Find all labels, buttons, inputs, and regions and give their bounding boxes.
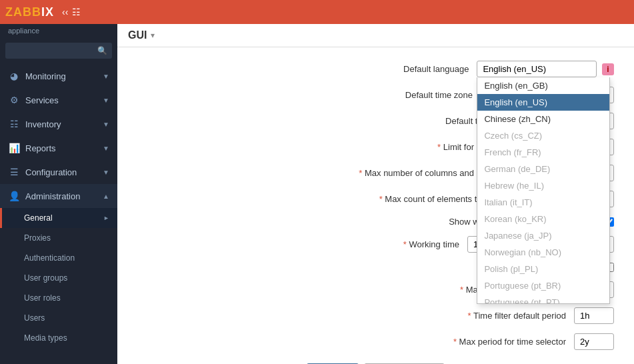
page-header: GUI ▾ [117, 24, 634, 47]
sidebar-item-label: Services [25, 95, 59, 105]
language-dropdown: English (en_GB)English (en_US)Chinese (z… [477, 77, 610, 304]
time-filter-row: Time filter default period [137, 307, 614, 324]
page-title-arrow[interactable]: ▾ [151, 31, 155, 40]
search-box: 🔍 [5, 43, 112, 59]
sidebar-item-administration[interactable]: 👤 Administration ▲ [0, 184, 117, 208]
time-filter-control [574, 307, 614, 324]
sidebar-sub-authentication[interactable]: Authentication [0, 248, 117, 268]
language-select-wrapper: English (en_US) English (en_GB)English (… [477, 61, 597, 77]
sidebar-item-label: Monitoring [25, 71, 66, 81]
sidebar-item-monitoring[interactable]: ◕ Monitoring ▼ [0, 64, 117, 88]
sidebar-sub-proxies[interactable]: Proxies [0, 228, 117, 248]
max-period-input[interactable] [574, 333, 614, 350]
lang-option-it-it: Italian (it_IT) [477, 194, 609, 211]
sidebar-sub-media-types[interactable]: Media types [0, 328, 117, 348]
sub-item-label: Media types [24, 333, 67, 343]
sub-arrow: ► [103, 215, 109, 221]
default-language-label: Default language [295, 64, 469, 74]
sidebar-item-inventory[interactable]: ☷ Inventory ▼ [0, 112, 117, 136]
sub-item-label: Proxies [24, 233, 51, 243]
working-time-label: Working time [286, 239, 459, 249]
max-period-control [574, 333, 614, 350]
default-language-control: English (en_US) English (en_GB)English (… [477, 61, 614, 77]
lang-option-pt-br: Portuguese (pt_BR) [477, 277, 609, 294]
topbar: ZABBIX ‹‹ ☷ [0, 0, 634, 24]
sidebar-sub-user-roles[interactable]: User roles [0, 288, 117, 308]
search-input[interactable] [5, 43, 112, 59]
time-filter-input[interactable] [574, 307, 614, 324]
lang-option-he-il: Hebrew (he_IL) [477, 177, 609, 194]
default-language-row: Default language English (en_US) English… [137, 61, 614, 77]
collapse-icon[interactable]: ‹‹ [62, 7, 68, 17]
chevron-icon: ▼ [103, 145, 109, 152]
chevron-icon: ▲ [103, 193, 109, 200]
language-select[interactable]: English (en_US) [477, 61, 597, 77]
sidebar-sub-general[interactable]: General ► [0, 208, 117, 228]
lang-option-pl-pl: Polish (pl_PL) [477, 261, 609, 277]
sidebar-sub-user-groups[interactable]: User groups [0, 268, 117, 288]
chevron-icon: ▼ [103, 97, 109, 104]
lang-option-en-us[interactable]: English (en_US) [477, 94, 609, 111]
sidebar-item-label: Inventory [25, 119, 61, 129]
lang-option-de-de: German (de_DE) [477, 161, 609, 177]
sidebar-item-services[interactable]: ⚙ Services ▼ [0, 88, 117, 112]
page-layout: appliance 🔍 ◕ Monitoring ▼ ⚙ Services ▼ … [0, 24, 634, 364]
monitoring-icon: ◕ [8, 71, 20, 81]
lang-option-fr-fr: French (fr_FR) [477, 144, 609, 161]
chevron-icon: ▼ [103, 121, 109, 128]
content-area: Default language English (en_US) English… [117, 47, 634, 364]
chevron-icon: ▼ [103, 73, 109, 80]
lang-option-zh-cn[interactable]: Chinese (zh_CN) [477, 111, 609, 127]
sidebar-item-label: Administration [25, 191, 80, 201]
search-icon: 🔍 [97, 46, 107, 55]
lang-option-cs-cz: Czech (cs_CZ) [477, 127, 609, 144]
topbar-icons: ‹‹ ☷ [62, 7, 81, 17]
reports-icon: 📊 [8, 143, 20, 153]
grid-icon[interactable]: ☷ [72, 7, 81, 17]
sidebar-item-label: Reports [25, 143, 56, 153]
default-timezone-label: Default time zone [299, 90, 473, 100]
sidebar-item-configuration[interactable]: ☰ Configuration ▼ [0, 160, 117, 184]
services-icon: ⚙ [8, 95, 20, 105]
inventory-icon: ☷ [8, 119, 20, 129]
sub-item-label: Users [24, 313, 45, 323]
sub-item-label: Authentication [24, 253, 75, 263]
sidebar: appliance 🔍 ◕ Monitoring ▼ ⚙ Services ▼ … [0, 24, 117, 364]
administration-icon: 👤 [8, 191, 20, 201]
max-period-row: Max period for time selector [137, 333, 614, 350]
sidebar-item-label: Configuration [25, 167, 77, 177]
sidebar-item-reports[interactable]: 📊 Reports ▼ [0, 136, 117, 160]
time-filter-label: Time filter default period [393, 311, 566, 321]
info-icon[interactable]: i [602, 63, 614, 75]
main-content: GUI ▾ Default language English (en_US) E… [117, 24, 634, 364]
configuration-icon: ☰ [8, 167, 20, 177]
default-theme-label: Default theme [326, 116, 499, 126]
sidebar-sub-users[interactable]: Users [0, 308, 117, 328]
sub-item-label: General [24, 213, 53, 223]
page-title: GUI [128, 29, 147, 41]
lang-option-nb-no: Norwegian (nb_NO) [477, 244, 609, 261]
lang-option-ko-kr: Korean (ko_KR) [477, 211, 609, 227]
chevron-icon: ▼ [103, 169, 109, 176]
max-period-label: Max period for time selector [393, 337, 566, 347]
sub-item-label: User groups [24, 273, 67, 283]
sub-item-label: User roles [24, 293, 61, 303]
lang-option-pt-pt: Portuguese (pt_PT) [477, 294, 609, 304]
lang-option-en-gb[interactable]: English (en_GB) [477, 77, 609, 94]
logo: ZABBIX [5, 5, 54, 19]
lang-option-ja-jp: Japanese (ja_JP) [477, 227, 609, 244]
app-subtitle: appliance [0, 24, 117, 39]
